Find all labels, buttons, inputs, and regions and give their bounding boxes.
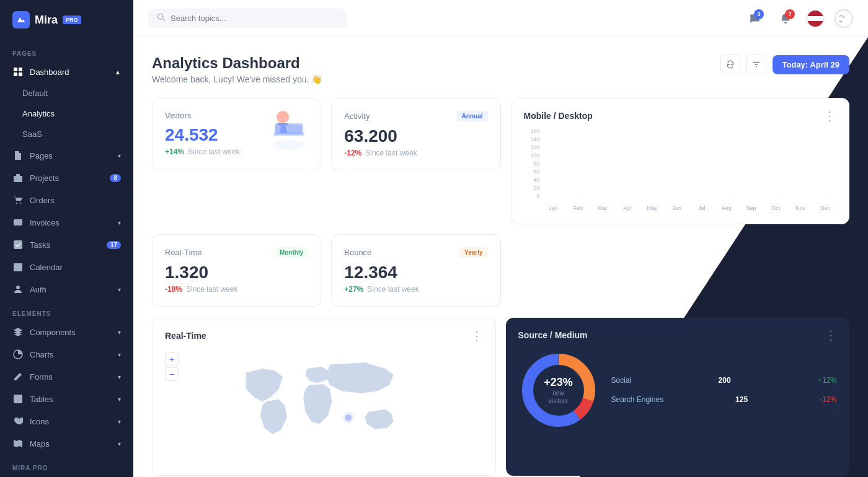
svg-point-14 [273,140,304,150]
app-name: Mira [35,14,58,27]
projects-label: Projects [30,173,59,183]
y-axis: 160140120100806040200 [524,128,540,199]
sidebar-item-tasks[interactable]: Tasks 17 [0,234,133,256]
sidebar-item-analytics[interactable]: Analytics [0,103,133,124]
realtime-change-label: Since last week [186,285,237,294]
page-header: Analytics Dashboard Welcome back, Lucy! … [152,55,849,84]
map-controls: + − [165,352,179,381]
dashboard-label: Dashboard [30,68,69,77]
heart-icon [12,416,24,427]
sidebar-item-projects[interactable]: Projects 8 [0,167,133,189]
charts-label: Charts [30,350,53,359]
x-label-may: May [641,205,663,211]
realtime-change-pct: -18% [165,285,182,294]
sidebar-item-saas[interactable]: SaaS [0,124,133,144]
page-title-block: Analytics Dashboard Welcome back, Lucy! … [152,55,322,84]
activity-card: Activity Annual 63.200 -12% Since last w… [331,98,500,170]
x-label-dec: Dec [814,205,836,211]
topbar: 3 7 [133,0,868,37]
language-flag[interactable] [806,9,825,28]
svg-point-17 [277,111,289,123]
icons-label: Icons [30,417,49,426]
map-zoom-in[interactable]: + [165,352,179,366]
activity-label: Activity [344,112,370,121]
x-label-mar: Mar [591,205,614,211]
sidebar-item-dashboard[interactable]: Dashboard ▲ [0,61,133,83]
realtime-map-menu[interactable]: ⋮ [471,328,483,343]
source-social-name: Social [611,376,632,385]
source-search-change: -12% [820,395,837,404]
chevron-down-icon: ▾ [118,418,121,425]
forms-label: Forms [30,372,53,382]
invoices-label: Invoices [30,218,60,227]
visitors-change-label: Since last week [188,147,239,156]
mobile-desktop-menu[interactable]: ⋮ [823,108,836,123]
donut-sub: newvisitors [544,389,573,405]
analytics-label: Analytics [22,109,55,118]
sidebar-item-tables[interactable]: Tables ▾ [0,388,133,410]
section-elements-label: ELEMENTS [0,300,133,321]
cart-icon [12,195,24,206]
search-icon [157,13,166,24]
messages-button[interactable]: 3 [744,8,765,29]
realtime-header: Real-Time Monthly [165,247,308,258]
notifications-button[interactable]: 7 [775,8,796,29]
power-button[interactable] [835,9,853,28]
sidebar-item-auth[interactable]: Auth ▾ [0,278,133,300]
chevron-up-icon: ▲ [115,69,121,76]
sidebar-item-forms[interactable]: Forms ▾ [0,365,133,388]
main-area: 3 7 Analytics Dashboard Welcome back, [133,0,868,477]
sidebar-item-orders[interactable]: Orders [0,189,133,211]
source-medium-title: Source / Medium [518,330,588,340]
source-medium-menu[interactable]: ⋮ [825,328,837,343]
bounce-header: Bounce Yearly [344,247,487,258]
realtime-label: Real-Time [165,248,202,257]
file-icon [12,150,24,161]
x-label-jan: Jan [542,205,565,211]
edit-icon [12,371,24,382]
tables-label: Tables [30,395,53,404]
sidebar-item-components[interactable]: Components ▾ [0,321,133,343]
bounce-change-label: Since last week [367,285,418,294]
donut-chart: +23% newvisitors [518,350,599,431]
map-zoom-out[interactable]: − [165,367,179,381]
source-medium-card: Source / Medium ⋮ [506,318,850,476]
sidebar-item-charts[interactable]: Charts ▾ [0,343,133,365]
chevron-down-icon: ▾ [118,286,121,293]
search-wrap[interactable] [148,9,347,28]
today-button[interactable]: Today: April 29 [773,55,849,74]
svg-rect-7 [14,219,22,225]
mobile-desktop-title: Mobile / Desktop [524,111,593,121]
filter-button[interactable] [746,55,766,74]
realtime-card: Real-Time Monthly 1.320 -18% Since last … [152,234,321,307]
sidebar-item-icons[interactable]: Icons ▾ [0,410,133,432]
tasks-label: Tasks [30,240,50,250]
x-label-aug: Aug [715,205,738,211]
page-title: Analytics Dashboard [152,55,322,72]
bounce-value: 12.364 [344,263,487,282]
layers-icon [12,326,24,338]
maps-label: Maps [30,439,50,449]
sidebar-item-default[interactable]: Default [0,83,133,103]
chevron-down-icon: ▾ [118,329,121,336]
refresh-button[interactable] [720,55,740,74]
check-square-icon [12,239,24,250]
svg-point-20 [343,412,355,424]
activity-change: -12% Since last week [344,149,487,157]
chevron-down-icon: ▾ [118,396,121,403]
sidebar-item-pages[interactable]: Pages ▾ [0,144,133,167]
calendar-icon [12,261,24,273]
mobile-desktop-card: Mobile / Desktop ⋮ 160140120100806040200 [511,98,850,224]
search-input[interactable] [170,14,338,23]
visitors-card: Visitors 24.532 +14% Since last week [152,98,321,170]
logo-area: Mira PRO [0,0,133,40]
visitors-change-pct: +14% [165,147,184,156]
pages-label: Pages [30,151,53,160]
x-axis: Jan Feb Mar Apr May Jun Jul Aug Sep Oc [542,205,837,211]
bounce-label: Bounce [344,248,371,257]
svg-rect-4 [14,176,22,182]
sidebar-item-calendar[interactable]: Calendar [0,256,133,278]
sidebar-item-invoices[interactable]: Invoices ▾ [0,211,133,234]
svg-point-13 [157,14,163,19]
sidebar-item-maps[interactable]: Maps ▾ [0,432,133,455]
